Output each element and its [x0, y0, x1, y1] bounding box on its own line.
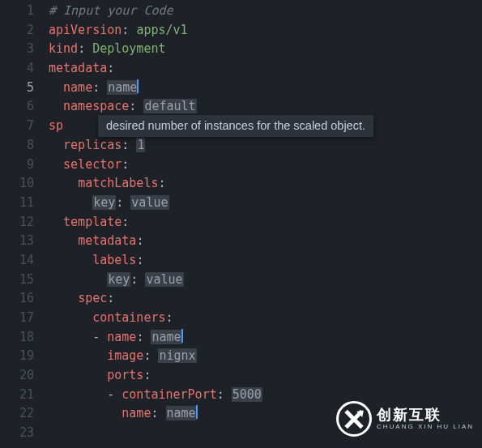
token-colon: :: [136, 330, 151, 344]
code-editor[interactable]: 1234567891011121314151617181920212223 # …: [0, 0, 482, 448]
code-line[interactable]: namespace: default: [49, 97, 482, 117]
token-key: sp: [49, 118, 63, 133]
line-number: 18: [0, 328, 34, 348]
line-number: 4: [0, 59, 34, 79]
code-line[interactable]: # Input your Code: [49, 2, 482, 21]
token-key: selector: [63, 157, 122, 172]
line-number: 9: [0, 156, 34, 175]
line-number: 23: [0, 424, 34, 443]
line-number: 6: [0, 97, 34, 117]
token-placeholder: name: [166, 406, 197, 420]
line-number: 1: [0, 2, 34, 21]
line-number: 20: [0, 366, 34, 386]
token-colon: :: [158, 176, 165, 190]
line-number: 15: [0, 271, 34, 290]
token-colon: :: [122, 157, 129, 172]
code-line[interactable]: name: name: [49, 79, 482, 98]
code-line[interactable]: apiVersion: apps/v1: [49, 21, 482, 41]
token-key: name: [107, 330, 136, 344]
token-colon: :: [143, 368, 151, 382]
token-key: namespace: [63, 99, 129, 113]
token-colon: :: [92, 80, 107, 95]
token-key: matchLabels: [78, 176, 158, 190]
token-colon: :: [122, 23, 136, 37]
token-placeholder: value: [145, 272, 183, 287]
token-placeholder: key: [107, 272, 130, 287]
tooltip-text: desired number of instances for the scal…: [106, 119, 365, 132]
line-number: 2: [0, 21, 34, 41]
line-number: 10: [0, 174, 34, 194]
code-line[interactable]: labels:: [49, 251, 482, 271]
token-placeholder: 1: [136, 138, 145, 152]
code-line[interactable]: image: nignx: [49, 347, 482, 366]
token-key: name: [122, 406, 151, 420]
code-line[interactable]: metadata:: [49, 59, 482, 79]
token-colon: :: [78, 41, 92, 56]
token-colon: :: [129, 99, 143, 113]
token-colon: :: [151, 406, 165, 420]
token-dash: -: [92, 330, 107, 344]
token-placeholder: default: [143, 99, 196, 113]
line-number: 5: [0, 79, 34, 98]
line-number: 12: [0, 213, 34, 233]
token-key: kind: [49, 41, 78, 56]
token-key: labels: [92, 253, 136, 267]
line-number: 17: [0, 309, 34, 328]
code-line[interactable]: kind: Deployment: [49, 40, 482, 59]
token-colon: :: [122, 215, 129, 229]
token-key: containers: [92, 310, 165, 325]
watermark-subtitle: CHUANG XIN HU LIAN: [377, 423, 474, 431]
line-number: 21: [0, 386, 34, 405]
token-colon: :: [116, 195, 130, 210]
code-line[interactable]: template:: [49, 213, 482, 233]
token-comment: # Input your Code: [49, 3, 173, 18]
line-number: 8: [0, 136, 34, 156]
token-colon: :: [122, 138, 136, 152]
code-area[interactable]: # Input your CodeapiVersion: apps/v1kind…: [49, 2, 482, 448]
code-line[interactable]: containers:: [49, 309, 482, 328]
code-line[interactable]: key: value: [49, 271, 482, 290]
line-number: 3: [0, 40, 34, 59]
token-key: spec: [78, 291, 107, 305]
token-placeholder: name: [151, 330, 181, 344]
line-number: 7: [0, 117, 34, 136]
token-key: template: [63, 215, 122, 229]
line-number: 11: [0, 194, 34, 213]
watermark: 创新互联 CHUANG XIN HU LIAN: [336, 401, 474, 437]
token-key: replicas: [63, 138, 122, 152]
token-colon: :: [107, 61, 114, 75]
code-line[interactable]: matchLabels:: [49, 174, 482, 194]
token-placeholder: 5000: [232, 387, 262, 402]
token-key: metadata: [78, 233, 136, 248]
line-number: 14: [0, 251, 34, 271]
line-number-gutter: 1234567891011121314151617181920212223: [0, 2, 49, 448]
token-dash: -: [107, 387, 122, 402]
token-placeholder: nignx: [158, 348, 196, 363]
token-colon: :: [136, 253, 143, 267]
watermark-logo-icon: [336, 401, 372, 437]
code-line[interactable]: selector:: [49, 156, 482, 175]
token-key: name: [63, 80, 92, 95]
token-key: image: [107, 348, 143, 363]
code-line[interactable]: - name: name: [49, 328, 482, 348]
token-key: containerPort: [122, 387, 216, 402]
code-line[interactable]: replicas: 1: [49, 136, 482, 156]
token-colon: :: [136, 233, 143, 248]
line-number: 22: [0, 404, 34, 424]
code-line[interactable]: ports:: [49, 366, 482, 386]
line-number: 19: [0, 347, 34, 366]
code-line[interactable]: metadata:: [49, 232, 482, 251]
line-number: 16: [0, 289, 34, 309]
tabstop-cursor-icon: [196, 405, 198, 419]
token-str: apps/v1: [136, 23, 187, 37]
token-str: Deployment: [92, 41, 165, 56]
token-key: ports: [107, 368, 143, 382]
token-colon: :: [217, 387, 232, 402]
watermark-text: 创新互联 CHUANG XIN HU LIAN: [377, 407, 474, 431]
line-number: 13: [0, 232, 34, 251]
token-placeholder: value: [130, 195, 168, 210]
tabstop-cursor-icon: [181, 329, 183, 343]
token-key: metadata: [49, 61, 107, 75]
code-line[interactable]: key: value: [49, 194, 482, 213]
code-line[interactable]: spec:: [49, 289, 482, 309]
